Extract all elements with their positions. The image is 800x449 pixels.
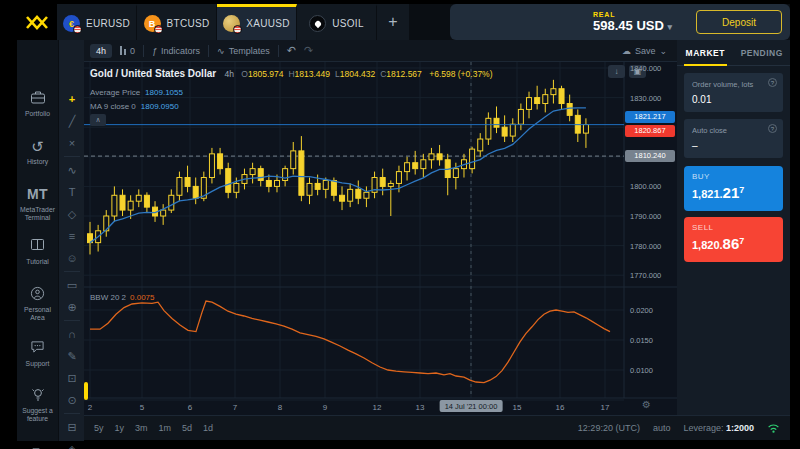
sidebar-item-portfolio[interactable]: Portfolio	[17, 90, 58, 118]
brush-icon[interactable]: ∿	[59, 161, 85, 179]
timeframe-button[interactable]: 4h	[90, 44, 112, 58]
sidebar-item-metatrader[interactable]: MT MetaTrader Terminal	[17, 186, 58, 222]
price-tag-sell: 1820.867	[625, 125, 675, 137]
range-5y[interactable]: 5y	[94, 423, 104, 433]
indicators-button[interactable]: ƒ Indicators	[144, 46, 208, 56]
connection-signal-icon	[767, 422, 780, 434]
tab-pending[interactable]: PENDING	[734, 40, 791, 65]
price-axis-label: 1830.000	[630, 94, 661, 103]
order-volume-value: 0.01	[692, 94, 775, 105]
axis-settings-gear-icon[interactable]: ⚙	[642, 399, 651, 410]
drawing-toolbar: +╱×∿T◇≡☺▭⊕∩✎⊡⊙⊟◈	[58, 40, 84, 441]
templates-button[interactable]: ∿ Templates	[209, 46, 278, 56]
sidebar-item-suggest-feature[interactable]: Suggest a feature	[17, 387, 58, 423]
sidebar-item-personal-area[interactable]: Personal Area	[17, 286, 58, 322]
undo-button[interactable]: ↶	[279, 44, 304, 57]
time-axis-label: 6	[188, 403, 192, 412]
price-axis-label: 1840.000	[630, 64, 661, 73]
tab-market[interactable]: MARKET	[677, 40, 734, 65]
chart-canvas	[84, 62, 677, 415]
eye-icon[interactable]: ⊙	[59, 391, 85, 409]
range-1m[interactable]: 1m	[159, 423, 172, 433]
xauusd-gold-icon	[223, 15, 240, 32]
instrument-tabs: € EURUSD B BTCUSD XAUUSD USOIL	[57, 4, 409, 40]
order-volume-field[interactable]: Order volume, lots 0.01 ?	[684, 73, 783, 112]
tab-eurusd[interactable]: € EURUSD	[57, 4, 137, 40]
price-axis-label: 1770.000	[630, 271, 661, 280]
range-5d[interactable]: 5d	[182, 423, 192, 433]
candlestick-type-icon	[120, 46, 126, 55]
fibonacci-icon[interactable]: ≡	[59, 227, 85, 245]
tab-xauusd[interactable]: XAUUSD	[217, 4, 297, 40]
average-price-row: Average Price1809.1055	[90, 88, 183, 97]
function-icon: ƒ	[152, 46, 157, 56]
auto-close-value: –	[692, 140, 775, 151]
bbw-axis-label: 0.0100	[630, 366, 653, 375]
chart-toolbar: 4h 0 ƒ Indicators ∿ Templates ↶ ↷ ☁ Save…	[84, 40, 677, 62]
help-icon[interactable]: ?	[768, 124, 777, 133]
auto-close-field[interactable]: Auto close – ?	[684, 119, 783, 158]
account-balance-dropdown[interactable]: REAL 598.45 USD ▾	[593, 11, 672, 33]
ohlc-value: 1812.567	[386, 69, 421, 79]
time-axis-label: 7	[233, 403, 237, 412]
collapse-indicators-button[interactable]: ∧	[90, 114, 106, 126]
time-axis-label: 13	[416, 403, 425, 412]
help-icon[interactable]: ?	[768, 78, 777, 87]
add-instrument-button[interactable]: +	[377, 4, 409, 40]
price-chart[interactable]: Gold / United States Dollar 4h O1805.974…	[84, 62, 677, 415]
scroll-to-latest-button[interactable]: ↓	[608, 65, 625, 78]
average-price-value: 1809.1055	[145, 88, 183, 97]
pattern-icon[interactable]: ◇	[59, 205, 85, 223]
magnet-icon[interactable]: ∩	[59, 325, 85, 343]
chevron-down-icon: ▾	[667, 22, 672, 32]
ohlc-value: 1813.449	[295, 69, 330, 79]
time-axis-label: 17	[601, 403, 610, 412]
status-bar: 5y1y3m1m5d1d 12:29:20 (UTC) auto Leverag…	[84, 415, 790, 440]
buy-button[interactable]: BUY 1,821.217	[684, 166, 783, 211]
sell-price: 1,820.867	[692, 235, 775, 252]
sidebar-item-support[interactable]: Support	[17, 340, 58, 368]
bbw-value: 0.0075	[130, 293, 154, 302]
range-3m[interactable]: 3m	[135, 423, 148, 433]
tab-btcusd[interactable]: B BTCUSD	[137, 4, 217, 40]
redo-button[interactable]: ↷	[304, 44, 321, 57]
mt-badge: MT	[17, 186, 58, 203]
oil-drop-icon	[313, 20, 321, 28]
ma-row: MA 9 close 01809.0950	[90, 102, 179, 111]
template-chart-icon: ∿	[217, 46, 225, 56]
channel-icon[interactable]: ×	[59, 134, 85, 152]
sidebar-item-history[interactable]: ↺ History	[17, 138, 58, 166]
text-tool-icon[interactable]: T	[59, 183, 85, 201]
lightbulb-icon	[17, 387, 58, 404]
tab-usoil[interactable]: USOIL	[297, 4, 377, 40]
ruler-icon[interactable]: ▭	[59, 276, 85, 294]
trash-icon[interactable]: ⊟	[59, 418, 85, 436]
emoji-icon[interactable]: ☺	[59, 249, 85, 267]
chart-header: Gold / United States Dollar 4h O1805.974…	[90, 68, 493, 79]
layers-icon[interactable]: ◈	[59, 440, 85, 449]
time-axis-label: 9	[323, 403, 327, 412]
sell-button[interactable]: SELL 1,820.867	[684, 217, 783, 262]
scrollbar-handle[interactable]	[84, 382, 88, 400]
save-button[interactable]: ☁ Save ⌄	[622, 46, 677, 56]
sidebar-item-tutorial[interactable]: Tutorial	[17, 238, 58, 266]
topbar: € EURUSD B BTCUSD XAUUSD USOIL	[17, 4, 790, 40]
chevron-down-icon: ⌄	[659, 46, 667, 56]
range-1y[interactable]: 1y	[115, 423, 125, 433]
deposit-button[interactable]: Deposit	[696, 10, 782, 34]
time-axis-label: 5	[140, 403, 144, 412]
zoom-tool-icon[interactable]: ⊕	[59, 298, 85, 316]
range-1d[interactable]: 1d	[203, 423, 213, 433]
time-axis-label: 2	[88, 403, 92, 412]
timezone-mode[interactable]: auto	[653, 423, 671, 433]
chart-type-button[interactable]: 0	[112, 46, 143, 56]
crosshair-icon[interactable]: +	[59, 90, 85, 108]
lock-icon[interactable]: ⊡	[59, 369, 85, 387]
trend-line-icon[interactable]: ╱	[59, 112, 85, 130]
buy-price: 1,821.217	[692, 184, 775, 201]
ohlc-value: 1805.974	[248, 69, 283, 79]
brand-logo[interactable]	[17, 4, 57, 40]
btcusd-icon: B	[144, 15, 161, 32]
tab-label: BTCUSD	[167, 18, 210, 29]
edit-icon[interactable]: ✎	[59, 347, 85, 365]
